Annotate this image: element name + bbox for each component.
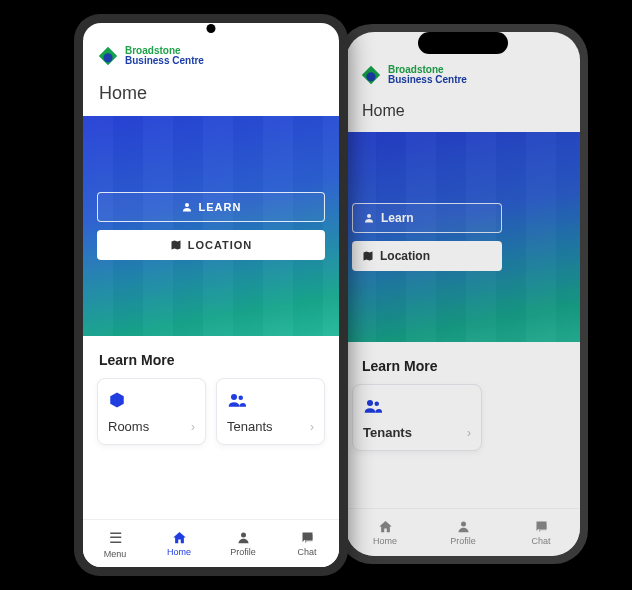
nav-profile[interactable]: Profile [211, 520, 275, 567]
nav-home-label: Home [167, 547, 191, 557]
svg-point-4 [375, 402, 380, 407]
svg-point-3 [367, 400, 373, 406]
svg-point-1 [366, 72, 375, 81]
nav-home[interactable]: Home [147, 520, 211, 567]
nav-chat-label: Chat [297, 547, 316, 557]
cards-row: Rooms › Tenants › [83, 378, 339, 445]
people-icon [227, 391, 314, 409]
rooms-card[interactable]: Rooms › [97, 378, 206, 445]
menu-icon: ☰ [109, 529, 122, 547]
tenants-label: Tenants [227, 419, 273, 434]
svg-point-5 [461, 522, 466, 527]
tenants-card[interactable]: Tenants › [216, 378, 325, 445]
chevron-right-icon: › [467, 426, 471, 440]
svg-point-10 [239, 396, 244, 401]
nav-home-label: Home [373, 536, 397, 546]
svg-point-2 [367, 214, 371, 218]
rooms-label: Rooms [108, 419, 149, 434]
tenants-card[interactable]: Tenants › [352, 384, 482, 451]
learn-button[interactable]: LEARN [97, 192, 325, 222]
page-title: Home [346, 92, 580, 132]
nav-menu-label: Menu [104, 549, 127, 559]
nav-home[interactable]: Home [346, 509, 424, 556]
logo-icon [360, 64, 382, 86]
screen-back: Broadstone Business Centre Home Learn Lo… [346, 32, 580, 556]
chat-icon [300, 530, 315, 545]
nav-chat-label: Chat [531, 536, 550, 546]
learn-button[interactable]: Learn [352, 203, 502, 233]
learn-label: Learn [381, 211, 414, 225]
svg-point-9 [231, 394, 237, 400]
profile-icon [236, 530, 251, 545]
location-label: Location [380, 249, 430, 263]
screen-front: Broadstone Business Centre Home LEARN LO… [83, 23, 339, 567]
page-title: Home [83, 73, 339, 116]
nav-chat[interactable]: Chat [275, 520, 339, 567]
map-icon [170, 239, 182, 251]
logo-icon [97, 45, 119, 67]
svg-point-11 [241, 533, 246, 538]
phone-mockup-back: Broadstone Business Centre Home Learn Lo… [338, 24, 588, 564]
person-icon [181, 201, 193, 213]
map-icon [362, 250, 374, 262]
nav-profile-label: Profile [450, 536, 476, 546]
phone-mockup-front: Broadstone Business Centre Home LEARN LO… [74, 14, 348, 576]
brand-line2: Business Centre [388, 75, 467, 85]
phone-camera [207, 24, 216, 33]
people-icon [363, 397, 471, 415]
bottom-nav: ☰ Menu Home Profile Chat [346, 508, 580, 556]
hero-banner: LEARN LOCATION [83, 116, 339, 336]
nav-profile-label: Profile [230, 547, 256, 557]
phone-notch [418, 32, 508, 54]
home-icon [378, 519, 393, 534]
profile-icon [456, 519, 471, 534]
svg-point-7 [103, 53, 112, 62]
bottom-nav: ☰ Menu Home Profile Chat [83, 519, 339, 567]
location-label: LOCATION [188, 239, 253, 251]
svg-point-8 [185, 203, 189, 207]
cards-row: Rooms › Tenants › [346, 384, 580, 451]
chat-icon [534, 519, 549, 534]
chevron-right-icon: › [310, 420, 314, 434]
nav-chat[interactable]: Chat [502, 509, 580, 556]
home-icon [172, 530, 187, 545]
chevron-right-icon: › [191, 420, 195, 434]
cube-icon [108, 391, 195, 409]
hero-banner: Learn Location [346, 132, 580, 342]
nav-profile[interactable]: Profile [424, 509, 502, 556]
brand-line2: Business Centre [125, 56, 204, 66]
tenants-label: Tenants [363, 425, 412, 440]
learn-label: LEARN [199, 201, 242, 213]
learn-more-title: Learn More [83, 336, 339, 378]
nav-menu[interactable]: ☰ Menu [83, 520, 147, 567]
location-button[interactable]: Location [352, 241, 502, 271]
learn-more-title: Learn More [346, 342, 580, 384]
person-icon [363, 212, 375, 224]
location-button[interactable]: LOCATION [97, 230, 325, 260]
